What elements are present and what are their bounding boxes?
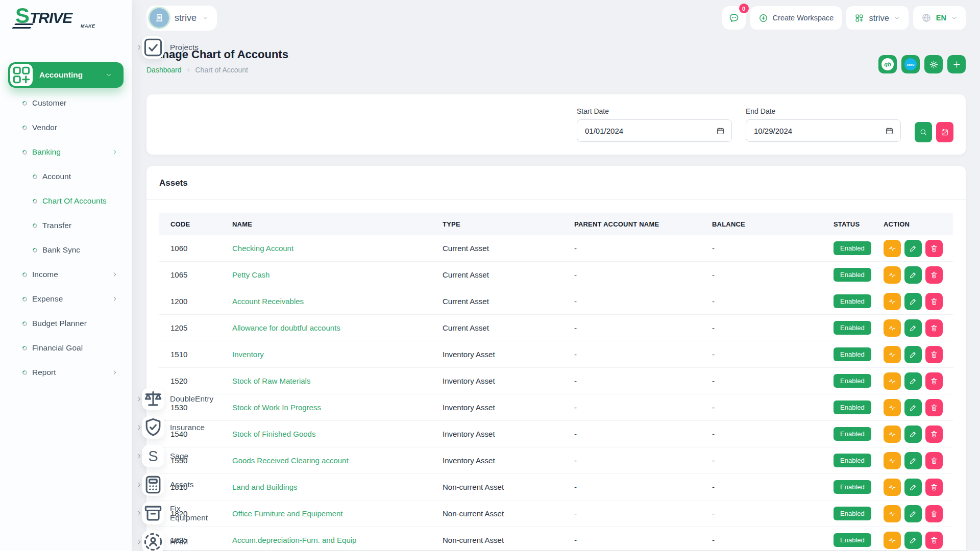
delete-button[interactable] xyxy=(925,293,943,310)
account-name-link[interactable]: Stock of Work In Progress xyxy=(232,403,321,412)
xero-button[interactable]: xero xyxy=(901,55,920,73)
sidebar-item-accounting[interactable]: Accounting xyxy=(8,62,124,88)
edit-button[interactable] xyxy=(904,372,922,390)
edit-button[interactable] xyxy=(904,240,922,257)
account-name-link[interactable]: Office Furniture and Equipement xyxy=(232,509,343,518)
settings-button[interactable] xyxy=(924,55,943,73)
delete-button[interactable] xyxy=(925,479,943,496)
messages-button[interactable]: 0 xyxy=(722,6,746,30)
table-header: CODE NAME TYPE PARENT ACCOUNT NAME BALAN… xyxy=(159,213,953,235)
sidebar-item-label: Customer xyxy=(32,98,66,108)
edit-button[interactable] xyxy=(904,425,922,443)
account-name-link[interactable]: Petty Cash xyxy=(232,270,270,279)
sidebar-item-label: Vendor xyxy=(32,123,57,132)
create-workspace-button[interactable]: Create Workspace xyxy=(750,6,842,30)
add-account-button[interactable] xyxy=(947,55,966,73)
account-name-link[interactable]: Accum.depreciation-Furn. and Equip xyxy=(232,536,356,544)
activity-button[interactable] xyxy=(884,452,901,469)
sidebar-item-doubleentry[interactable]: DoubleEntry xyxy=(132,385,156,413)
language-selector[interactable]: EN xyxy=(913,6,966,30)
account-name-link[interactable]: Stock of Raw Materials xyxy=(232,377,310,385)
cell-parent: - xyxy=(574,377,712,385)
account-name-link[interactable]: Account Receivables xyxy=(232,297,304,306)
edit-button[interactable] xyxy=(904,346,922,363)
activity-button[interactable] xyxy=(884,372,901,390)
edit-button[interactable] xyxy=(904,505,922,522)
account-name-link[interactable]: Checking Account xyxy=(232,244,293,253)
bullet-icon xyxy=(32,198,38,205)
sidebar-item-sage[interactable]: SSage xyxy=(132,442,156,470)
delete-button[interactable] xyxy=(925,240,943,257)
sidebar-item-banking[interactable]: Banking xyxy=(0,140,132,164)
sidebar-item-customer[interactable]: Customer xyxy=(0,91,132,115)
edit-button[interactable] xyxy=(904,479,922,496)
search-button[interactable] xyxy=(915,122,932,142)
sidebar-item-fix-equipment[interactable]: Fix Equipment xyxy=(132,499,156,528)
quickbooks-icon: qb xyxy=(881,58,894,70)
delete-button[interactable] xyxy=(925,319,943,337)
activity-button[interactable] xyxy=(884,346,901,363)
quickbooks-button[interactable]: qb xyxy=(878,55,897,73)
activity-button[interactable] xyxy=(884,532,901,549)
account-name-link[interactable]: Goods Received Clearing account xyxy=(232,456,349,465)
sidebar-item-bank-sync[interactable]: Bank Sync xyxy=(0,238,132,262)
sidebar-item-account[interactable]: Account xyxy=(0,164,132,189)
sidebar-item-expense[interactable]: Expense xyxy=(0,287,132,311)
sidebar-item-hrm[interactable]: HRM xyxy=(132,528,156,551)
edit-button[interactable] xyxy=(904,266,922,284)
sidebar-item-label: Projects xyxy=(170,43,199,52)
delete-button[interactable] xyxy=(925,505,943,522)
cell-type: Non-current Asset xyxy=(443,536,574,544)
cell-balance: - xyxy=(712,430,834,438)
delete-button[interactable] xyxy=(925,452,943,469)
sidebar-item-transfer[interactable]: Transfer xyxy=(0,213,132,238)
sidebar-item-projects[interactable]: Projects xyxy=(132,36,156,59)
activity-button[interactable] xyxy=(884,293,901,310)
delete-button[interactable] xyxy=(925,266,943,284)
activity-button[interactable] xyxy=(884,425,901,443)
trash-icon xyxy=(930,457,938,465)
sidebar-item-financial-goal[interactable]: Financial Goal xyxy=(0,336,132,360)
breadcrumb-dashboard-link[interactable]: Dashboard xyxy=(146,66,182,74)
cell-parent: - xyxy=(574,350,712,359)
svg-text:S: S xyxy=(148,447,158,464)
activity-button[interactable] xyxy=(884,240,901,257)
edit-button[interactable] xyxy=(904,532,922,549)
account-name-link[interactable]: Land and Buildings xyxy=(232,483,298,491)
workspace-selector[interactable]: strive xyxy=(146,6,217,31)
sidebar-item-chart-of-accounts[interactable]: Chart Of Accounts xyxy=(0,189,132,213)
sidebar-item-assets[interactable]: Assets xyxy=(132,470,156,499)
reset-filter-button[interactable] xyxy=(936,122,953,142)
activity-button[interactable] xyxy=(884,505,901,522)
activity-button[interactable] xyxy=(884,266,901,284)
edit-button[interactable] xyxy=(904,319,922,337)
activity-button[interactable] xyxy=(884,479,901,496)
delete-button[interactable] xyxy=(925,346,943,363)
sidebar-item-income[interactable]: Income xyxy=(0,262,132,287)
delete-button[interactable] xyxy=(925,532,943,549)
calendar-icon xyxy=(885,127,894,135)
workspace-switcher[interactable]: strive xyxy=(846,6,908,30)
account-name-link[interactable]: Inventory xyxy=(232,350,264,359)
sidebar-item-budget-planner[interactable]: Budget Planner xyxy=(0,311,132,336)
end-date-input[interactable]: 10/29/2024 xyxy=(746,119,901,142)
delete-button[interactable] xyxy=(925,399,943,416)
start-date-input[interactable]: 01/01/2024 xyxy=(577,119,732,142)
app-logo[interactable]: STRIVE MAKE xyxy=(0,0,132,33)
building-icon xyxy=(154,13,164,23)
sidebar-item-label: Banking xyxy=(32,147,61,157)
chevron-right-icon xyxy=(111,295,118,303)
activity-button[interactable] xyxy=(884,399,901,416)
sidebar-item-report[interactable]: Report xyxy=(0,360,132,385)
sidebar-item-vendor[interactable]: Vendor xyxy=(0,115,132,140)
edit-button[interactable] xyxy=(904,293,922,310)
table-row: 1520Stock of Raw MaterialsInventory Asse… xyxy=(159,368,953,394)
delete-button[interactable] xyxy=(925,425,943,443)
account-name-link[interactable]: Stock of Finished Goods xyxy=(232,430,315,438)
activity-button[interactable] xyxy=(884,319,901,337)
delete-button[interactable] xyxy=(925,372,943,390)
sidebar-item-insurance[interactable]: Insurance xyxy=(132,413,156,442)
edit-button[interactable] xyxy=(904,452,922,469)
account-name-link[interactable]: Allowance for doubtful accounts xyxy=(232,323,340,332)
edit-button[interactable] xyxy=(904,399,922,416)
